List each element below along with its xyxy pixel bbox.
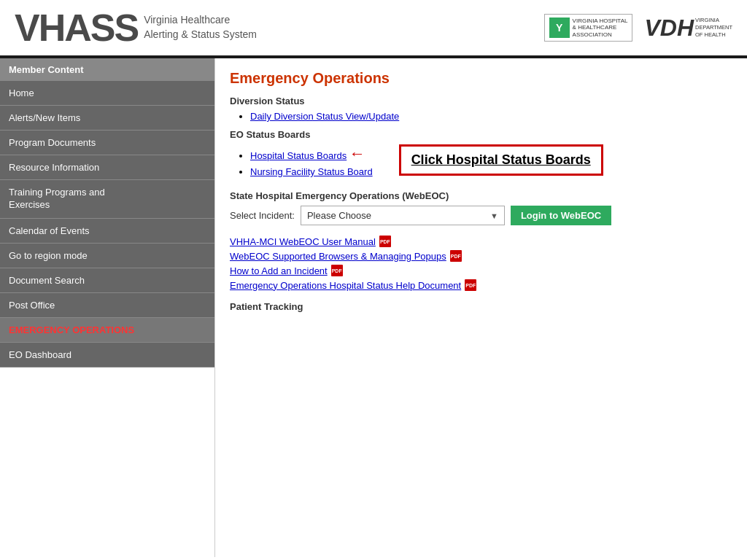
main-content: Emergency Operations Diversion Status Da…	[215, 58, 747, 557]
eo-boards-header: EO Status Boards	[230, 129, 732, 140]
sidebar-item-program-docs[interactable]: Program Documents	[0, 131, 214, 155]
logo-subtitle: Virginia Healthcare Alerting & Status Sy…	[144, 13, 257, 42]
vhass-logo: VHASS	[15, 6, 138, 50]
vha-badge: Y VIRGINIA HOSPITAL & HEALTHCARE ASSOCIA…	[544, 14, 633, 42]
hospital-status-link[interactable]: Hospital Status Boards	[250, 150, 347, 161]
pdf-icon-4: PDF	[465, 279, 476, 291]
doc-link-row-2: WebEOC Supported Browsers & Managing Pop…	[230, 250, 732, 262]
arrow-icon: ←	[349, 144, 365, 163]
logo-area: VHASS Virginia Healthcare Alerting & Sta…	[15, 6, 257, 50]
sidebar: Member Content Home Alerts/New Items Pro…	[0, 58, 215, 557]
sidebar-item-calendar[interactable]: Calendar of Events	[0, 219, 214, 244]
webeoc-header: State Hospital Emergency Operations (Web…	[230, 190, 732, 201]
eo-boards-list: Hospital Status Boards ← Nursing Facilit…	[230, 144, 373, 180]
sidebar-item-region[interactable]: Go to region mode	[0, 244, 214, 268]
diversion-header: Diversion Status	[230, 96, 732, 106]
partner-logos: Y VIRGINIA HOSPITAL & HEALTHCARE ASSOCIA…	[544, 14, 732, 42]
nursing-link[interactable]: Nursing Facility Status Board	[250, 166, 373, 177]
please-choose-text: Please Choose	[307, 210, 371, 221]
vha-text: VIRGINIA HOSPITAL & HEALTHCARE ASSOCIATI…	[573, 18, 628, 39]
select-incident-dropdown[interactable]: Please Choose ▼	[301, 206, 505, 225]
webeoc-section: State Hospital Emergency Operations (Web…	[230, 190, 732, 225]
click-hospital-label: Click Hospital Status Boards	[399, 144, 603, 176]
sidebar-item-post-office[interactable]: Post Office	[0, 293, 214, 318]
doc-link-row-4: Emergency Operations Hospital Status Hel…	[230, 279, 732, 291]
main-layout: Member Content Home Alerts/New Items Pro…	[0, 58, 747, 557]
eo-hospital-help-link[interactable]: Emergency Operations Hospital Status Hel…	[230, 280, 461, 291]
pdf-icon-3: PDF	[331, 265, 343, 276]
patient-tracking-header: Patient Tracking	[230, 301, 732, 312]
sidebar-header: Member Content	[0, 58, 214, 81]
select-incident-label: Select Incident:	[230, 210, 295, 221]
doc-link-row-1: VHHA-MCI WebEOC User Manual PDF	[230, 236, 732, 247]
doc-links: VHHA-MCI WebEOC User Manual PDF WebEOC S…	[230, 236, 732, 291]
login-webeoc-button[interactable]: Login to WebEOC	[511, 206, 611, 225]
select-incident-row: Select Incident: Please Choose ▼ Login t…	[230, 206, 732, 225]
pdf-icon-2: PDF	[450, 250, 462, 262]
doc-link-row-3: How to Add an Incident PDF	[230, 265, 732, 276]
pdf-icon-1: PDF	[379, 236, 391, 247]
add-incident-link[interactable]: How to Add an Incident	[230, 265, 328, 276]
sidebar-item-eo-dashboard[interactable]: EO Dashboard	[0, 343, 214, 368]
vhha-mci-link[interactable]: VHHA-MCI WebEOC User Manual	[230, 236, 376, 247]
diversion-list: Daily Diversion Status View/Update	[230, 111, 732, 122]
sidebar-item-alerts[interactable]: Alerts/New Items	[0, 106, 214, 131]
page-title: Emergency Operations	[230, 70, 732, 87]
sidebar-item-training[interactable]: Training Programs andExercises	[0, 180, 214, 219]
webeoc-browsers-link[interactable]: WebEOC Supported Browsers & Managing Pop…	[230, 251, 446, 262]
diversion-link[interactable]: Daily Diversion Status View/Update	[250, 111, 399, 122]
vdh-badge: VDH VIRGINIA DEPARTMENT OF HEALTH	[644, 15, 732, 42]
sidebar-item-emergency-ops[interactable]: EMERGENCY OPERATIONS	[0, 318, 214, 343]
dropdown-arrow-icon: ▼	[490, 211, 498, 220]
vha-icon: Y	[549, 18, 570, 38]
sidebar-item-home[interactable]: Home	[0, 81, 214, 106]
sidebar-item-doc-search[interactable]: Document Search	[0, 268, 214, 293]
vdh-logo: VDH	[644, 15, 694, 42]
sidebar-item-resource-info[interactable]: Resource Information	[0, 155, 214, 180]
app-header: VHASS Virginia Healthcare Alerting & Sta…	[0, 0, 747, 58]
vdh-sub: VIRGINIA DEPARTMENT OF HEALTH	[695, 17, 732, 38]
